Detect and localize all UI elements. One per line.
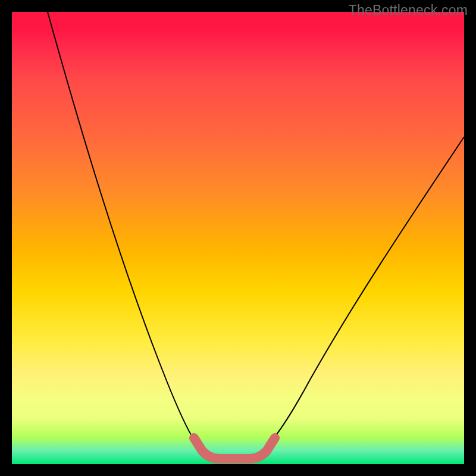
chart-overlay xyxy=(12,12,464,464)
bottleneck-highlight xyxy=(194,438,275,459)
bottleneck-curve xyxy=(48,12,464,458)
chart-canvas: TheBottleneck.com xyxy=(0,0,476,476)
